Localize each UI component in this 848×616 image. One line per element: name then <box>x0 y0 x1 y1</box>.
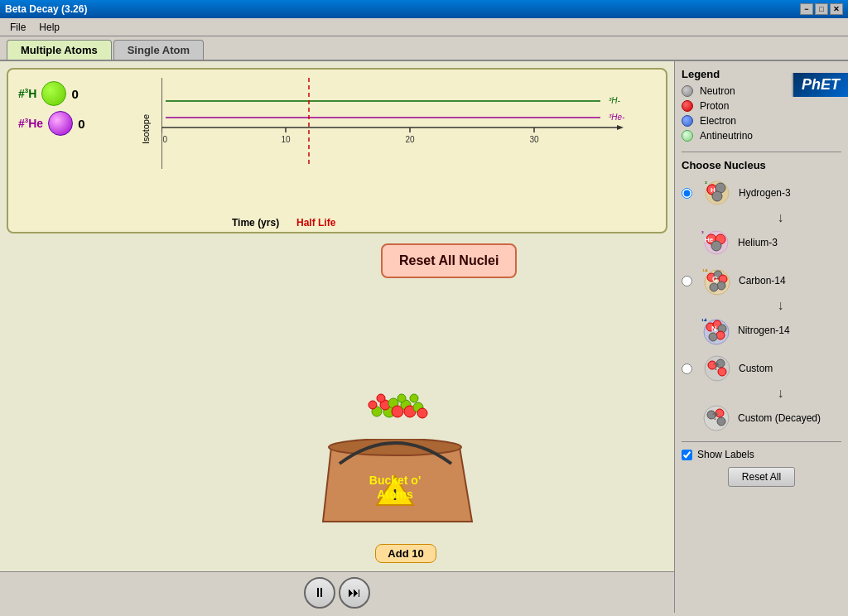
choose-nucleus-title: Choose Nucleus <box>682 159 841 171</box>
svg-text:C: C <box>712 275 718 283</box>
carbon14-nucleus-icon: ¹⁴ C <box>701 264 734 297</box>
atoms-svg <box>315 387 497 436</box>
playback-bar: ⏸ ⏭ <box>0 571 674 613</box>
chart-svg: 0.0 10 20 30 ³H- ³He- <box>161 78 634 185</box>
arrow-custom: ↓ <box>720 387 841 400</box>
svg-point-52 <box>717 282 725 290</box>
svg-text:10: 10 <box>281 135 291 144</box>
show-labels-label: Show Labels <box>697 449 754 460</box>
neutron-label: Neutron <box>700 85 735 97</box>
show-labels-checkbox[interactable] <box>682 450 692 460</box>
menu-bar: File Help <box>0 18 848 36</box>
svg-marker-2 <box>617 125 624 130</box>
restore-button[interactable]: □ <box>815 3 828 15</box>
custom-radio[interactable] <box>682 363 692 374</box>
hydrogen-dot <box>41 81 66 106</box>
left-panel: #3H 0 #3He 0 Isotope <box>0 61 674 613</box>
svg-text:20: 20 <box>405 135 415 144</box>
proton-icon <box>682 100 693 112</box>
step-button[interactable]: ⏭ <box>339 577 370 609</box>
svg-text:H: H <box>711 186 716 194</box>
time-axis-label: Time (yrs) <box>232 217 279 229</box>
svg-text:He: He <box>705 236 714 243</box>
carbon14-radio[interactable] <box>682 276 692 286</box>
custom-decayed-nucleus-icon: ? <box>700 402 733 435</box>
proton-label: Proton <box>700 100 729 112</box>
divider <box>682 152 841 152</box>
bucket-svg: ! Bucket o' Atoms <box>315 439 497 538</box>
add-ten-button[interactable]: Add 10 <box>375 544 436 563</box>
svg-text:Bucket o': Bucket o' <box>369 474 421 487</box>
choose-nucleus-section: Choose Nucleus ³ H Hydrogen-3 <box>682 159 841 435</box>
nitrogen14-label: Nitrogen-14 <box>738 325 790 336</box>
svg-point-61 <box>709 333 717 341</box>
carbon-nitrogen-pair: ¹⁴ C Carbon-14 ↓ ¹⁴ <box>682 264 841 347</box>
neutron-icon <box>682 85 693 97</box>
svg-point-53 <box>710 283 718 291</box>
hydrogen3-radio[interactable] <box>682 188 692 199</box>
title-bar-controls: − □ ✕ <box>800 3 843 15</box>
svg-text:?: ? <box>712 411 718 422</box>
svg-point-28 <box>410 394 418 402</box>
chart-area: #3H 0 #3He 0 Isotope <box>7 68 667 233</box>
custom-pair: ? Custom ↓ ? Custom (Decayed) <box>682 352 841 435</box>
hydrogen3-label: Hydrogen-3 <box>739 187 791 199</box>
svg-point-27 <box>377 394 385 402</box>
electron-label: Electron <box>700 115 736 127</box>
svg-text:?: ? <box>713 361 719 373</box>
legend-proton: Proton <box>682 100 841 112</box>
title-bar: Beta Decay (3.26) − □ ✕ <box>0 0 848 18</box>
half-life-label: Half Life <box>296 217 335 229</box>
phet-logo: PhET <box>792 73 848 97</box>
close-button[interactable]: ✕ <box>830 3 843 15</box>
svg-text:³H-: ³H- <box>609 96 621 105</box>
carbon14-label: Carbon-14 <box>739 275 786 286</box>
helium-label: #3He <box>18 117 43 130</box>
helium-dot <box>48 111 73 136</box>
help-menu[interactable]: Help <box>32 20 66 35</box>
svg-text:³: ³ <box>701 230 704 238</box>
isotope-axis-label: Isotope <box>141 78 151 144</box>
main-layout: #3H 0 #3He 0 Isotope <box>0 61 848 613</box>
svg-point-24 <box>369 401 377 409</box>
reset-nuclei-button[interactable]: Reset All Nuclei <box>381 243 517 278</box>
legend-electron: Electron <box>682 115 841 127</box>
show-labels-row: Show Labels <box>682 449 841 460</box>
svg-point-66 <box>718 368 726 376</box>
hydrogen-count: 0 <box>71 87 78 101</box>
antineutrino-label: Antineutrino <box>700 130 753 142</box>
file-menu[interactable]: File <box>3 20 32 35</box>
svg-point-26 <box>398 394 406 402</box>
nitrogen14-nucleus-icon: ¹⁴ N <box>700 314 733 347</box>
reset-all-button[interactable]: Reset All <box>728 467 795 487</box>
antineutrino-icon <box>682 130 693 142</box>
minimize-button[interactable]: − <box>800 3 813 15</box>
custom-nucleus-icon: ? <box>701 352 734 385</box>
bucket-container: ! Bucket o' Atoms Add 10 <box>315 387 497 563</box>
svg-text:³He-: ³He- <box>609 113 625 122</box>
svg-text:0.0: 0.0 <box>161 135 167 144</box>
tab-single-atom[interactable]: Single Atom <box>113 40 204 60</box>
hydrogen-helium-pair: ³ H Hydrogen-3 ↓ ³ <box>682 176 841 259</box>
svg-point-25 <box>417 408 427 418</box>
svg-point-60 <box>716 331 725 339</box>
helium3-label: Helium-3 <box>738 237 778 248</box>
bucket-area: ! Bucket o' Atoms Add 10 <box>315 387 497 563</box>
hydrogen-label: #3H <box>18 87 36 100</box>
custom-label: Custom <box>739 363 773 374</box>
hydrogen3-nucleus-icon: ³ H <box>701 176 734 209</box>
helium-count: 0 <box>78 117 84 131</box>
custom-decayed-label: Custom (Decayed) <box>738 412 821 424</box>
svg-text:N: N <box>711 325 717 333</box>
electron-icon <box>682 115 693 127</box>
tab-multiple-atoms[interactable]: Multiple Atoms <box>7 40 112 60</box>
arrow-c14-n14: ↓ <box>720 299 841 312</box>
svg-point-71 <box>717 417 725 426</box>
right-panel: Legend Neutron Proton Electron Antineutr… <box>674 61 848 613</box>
divider2 <box>682 441 841 442</box>
tab-bar: Multiple Atoms Single Atom <box>0 36 848 60</box>
pause-button[interactable]: ⏸ <box>304 577 335 609</box>
arrow-h3-he3: ↓ <box>720 211 841 224</box>
svg-text:30: 30 <box>529 135 539 144</box>
app-title: Beta Decay (3.26) <box>5 3 87 15</box>
